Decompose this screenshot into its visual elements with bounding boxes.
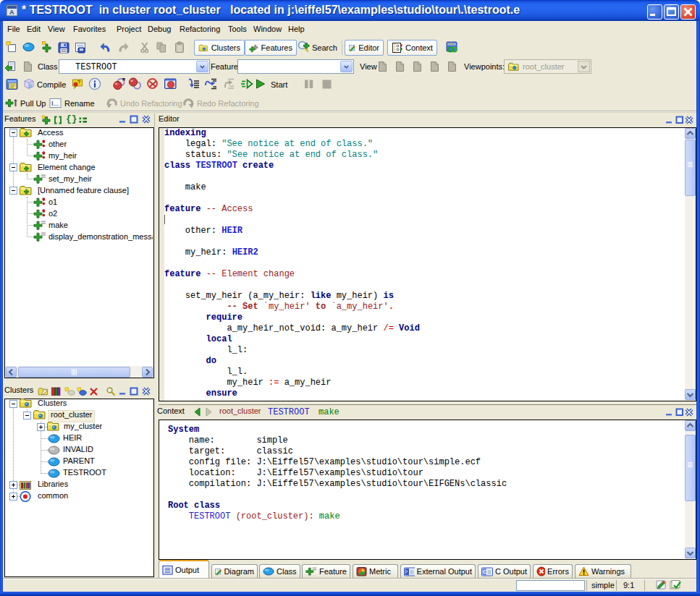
svg-text:I...: I...: [51, 100, 59, 107]
svg-text:A: A: [9, 9, 14, 16]
svg-text:C: C: [483, 569, 487, 575]
